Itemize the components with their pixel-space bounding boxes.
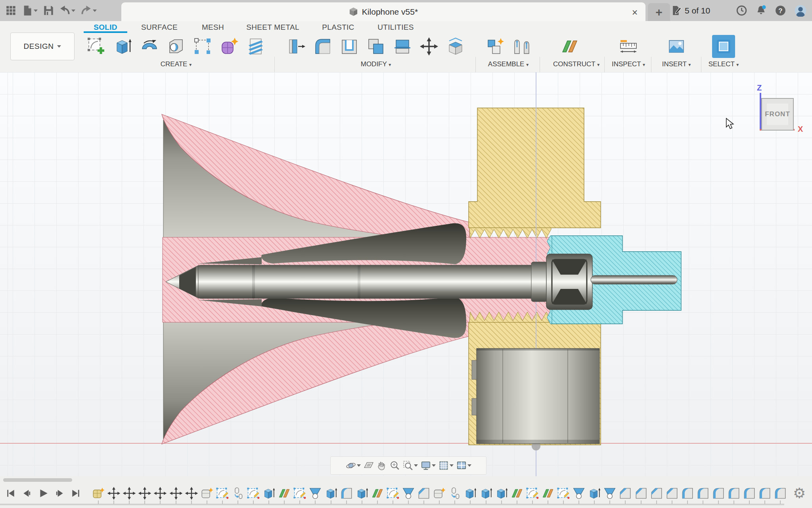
shell-button[interactable] [338,35,361,58]
file-button[interactable] [22,5,38,16]
timeline-feature-sketch-31[interactable] [557,487,570,500]
timeline-feature-plane-28[interactable] [510,487,524,500]
form-button[interactable] [218,35,241,58]
timeline-feature-extrude-18[interactable] [355,487,369,500]
display-settings-tool[interactable] [421,460,436,471]
ribbon-tab-utilities[interactable]: UTILITIES [377,23,414,32]
group-label-modify[interactable]: MODIFY ▾ [279,60,473,68]
timeline-feature-fillet-39[interactable] [681,487,694,500]
group-label-construct[interactable]: CONSTRUCT ▾ [553,60,586,68]
timeline-feature-chamfer-35[interactable] [619,487,632,500]
history-clock-icon[interactable] [736,5,747,16]
viewports-tool[interactable] [456,460,471,471]
go-to-start-button[interactable] [5,487,17,500]
hole-button[interactable] [165,35,188,58]
step-forward-button[interactable] [54,487,65,500]
new-tab-button[interactable]: + [648,3,670,21]
timeline-feature-fillet-17[interactable] [340,487,353,500]
pan-tool[interactable] [377,460,387,471]
look-at-tool[interactable] [364,460,374,471]
view-cube[interactable]: Z X FRONT [749,80,809,132]
chevron-down-icon[interactable] [432,464,436,467]
timeline-feature-plane-13[interactable] [278,487,291,500]
ribbon-tab-mesh[interactable]: MESH [202,23,224,32]
timeline-feature-component-8[interactable] [200,487,214,500]
model-viewport[interactable]: Z X FRONT [0,72,812,476]
timeline-feature-fillet-41[interactable] [712,487,725,500]
chevron-down-icon[interactable] [34,10,38,12]
save-button[interactable] [43,5,54,16]
chevron-down-icon[interactable] [467,464,471,467]
viewcube-front-face[interactable]: FRONT [761,98,794,131]
go-to-end-button[interactable] [70,487,82,500]
group-label-create[interactable]: CREATE ▾ [84,60,268,68]
step-back-button[interactable] [21,487,33,500]
timeline-feature-move-2[interactable] [107,487,121,500]
timeline-feature-extrude-12[interactable] [262,487,276,500]
timeline-feature-extrude-25[interactable] [463,487,477,500]
chevron-down-icon[interactable] [414,464,418,467]
timeline-feature-extrude-33[interactable] [588,487,601,500]
measure-button[interactable] [617,35,640,58]
chevron-down-icon[interactable] [93,10,97,12]
timeline-feature-move-4[interactable] [138,487,151,500]
zoom-tool[interactable] [390,460,400,471]
timeline-feature-plane-30[interactable] [541,487,555,500]
help-icon[interactable] [775,5,786,16]
shaft-rod-tip[interactable] [591,275,677,284]
timeline-feature-sketch-9[interactable] [216,487,229,500]
play-button[interactable] [37,487,49,500]
timeline-feature-revolve-15[interactable] [308,487,322,500]
timeline-feature-revolve-21[interactable] [402,487,415,500]
undo-button[interactable] [59,5,75,16]
motor-cylinder[interactable] [477,348,599,444]
timeline-feature-chamfer-22[interactable] [417,487,431,500]
timeline-feature-chamfer-36[interactable] [634,487,648,500]
section-analysis-model[interactable] [0,72,812,476]
timeline-feature-revolve-34[interactable] [603,487,617,500]
press-pull-button[interactable] [285,35,308,58]
timeline-scrollbar[interactable] [3,478,72,482]
timeline-feature-fillet-42[interactable] [727,487,741,500]
timeline-feature-fillet-43[interactable] [743,487,756,500]
timeline-feature-move-5[interactable] [153,487,167,500]
close-tab-icon[interactable]: × [630,7,640,17]
timeline-feature-extrude-27[interactable] [495,487,508,500]
canvas-button[interactable] [665,35,688,58]
workspace-selector[interactable]: DESIGN [10,33,75,60]
group-label-assemble[interactable]: ASSEMBLE ▾ [480,60,537,68]
timeline-feature-project-10[interactable] [231,487,245,500]
chevron-down-icon[interactable] [71,10,75,12]
timeline-feature-fillet-45[interactable] [774,487,787,500]
flange-section-top[interactable] [469,108,601,228]
chevron-down-icon[interactable] [450,464,454,467]
timeline-feature-move-7[interactable] [185,487,198,500]
construct-plane-button[interactable] [558,35,581,58]
pattern-button[interactable] [191,35,214,58]
timeline-feature-sketch-11[interactable] [247,487,260,500]
timeline-feature-project-24[interactable] [448,487,462,500]
chevron-down-icon[interactable] [357,464,361,467]
zoom-window-tool[interactable] [403,460,418,471]
timeline-feature-sketch-20[interactable] [386,487,400,500]
timeline-feature-plane-19[interactable] [371,487,384,500]
select-button[interactable] [712,35,735,58]
timeline-feature-revolve-32[interactable] [572,487,586,500]
timeline-feature-fillet-44[interactable] [758,487,772,500]
timeline-feature-move-3[interactable] [123,487,136,500]
account-avatar[interactable] [795,5,806,17]
orbit-tool[interactable] [346,460,361,471]
group-label-select[interactable]: SELECT ▾ [707,60,740,68]
version-badge[interactable]: 5 of 10 [672,0,710,21]
split-body-button[interactable] [391,35,414,58]
timeline-settings-gear-icon[interactable]: ⚙ [793,485,806,501]
timeline-feature-move-6[interactable] [169,487,183,500]
web-button[interactable] [244,35,267,58]
group-label-insert[interactable]: INSERT ▾ [660,60,693,68]
timeline-feature-sketch-29[interactable] [526,487,539,500]
ribbon-tab-plastic[interactable]: PLASTIC [322,23,354,32]
notification-bell-icon[interactable] [756,5,766,16]
app-grid-button[interactable] [6,5,16,16]
timeline-feature-fillet-40[interactable] [696,487,710,500]
document-tab[interactable]: Kilophone v55* × [121,2,645,21]
